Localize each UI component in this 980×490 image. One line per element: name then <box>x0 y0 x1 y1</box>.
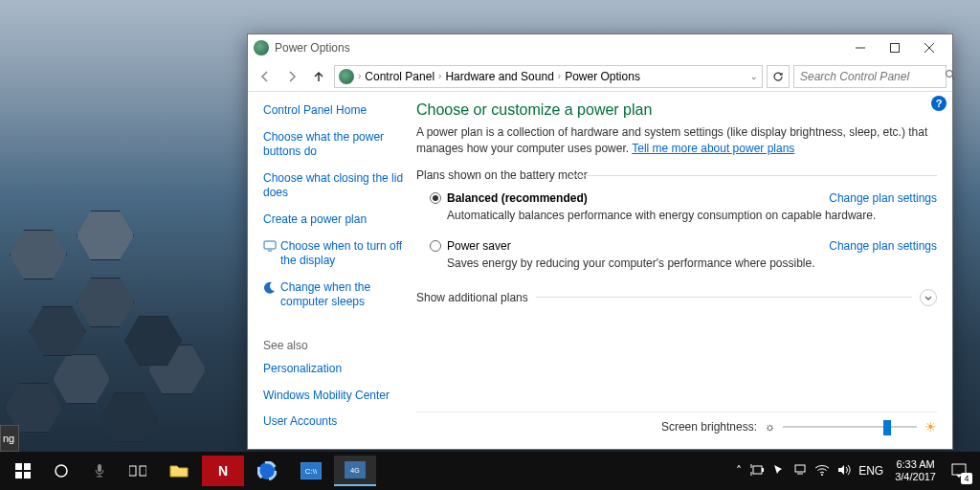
moon-icon <box>263 280 277 294</box>
navigation-bar: › Control Panel › Hardware and Sound › P… <box>248 61 952 92</box>
taskbar-app-generic-1[interactable]: C:\\ <box>290 456 332 486</box>
language-indicator[interactable]: ENG <box>858 464 883 478</box>
sidebar-turn-off-display[interactable]: Choose when to turn off the display <box>280 239 405 269</box>
chevron-right-icon: › <box>438 71 441 81</box>
window-title: Power Options <box>275 41 350 55</box>
breadcrumb-power-options[interactable]: Power Options <box>565 70 640 83</box>
svg-rect-20 <box>795 465 805 472</box>
taskbar[interactable]: N C:\\ 4G ˄ ENG 6:33 AM 3/4/2017 4 <box>0 452 980 490</box>
taskbar-app-generic-2[interactable]: 4G <box>334 456 376 486</box>
cortana-icon[interactable] <box>42 452 80 490</box>
svg-rect-10 <box>15 472 22 479</box>
forward-button[interactable] <box>280 65 303 88</box>
svg-point-12 <box>56 465 67 477</box>
plan-balanced-radio[interactable] <box>430 192 441 204</box>
plan-power-saver-desc: Saves energy by reducing your computer's… <box>447 256 937 270</box>
search-icon[interactable] <box>945 69 956 83</box>
sidebar-create-plan[interactable]: Create a power plan <box>263 212 405 228</box>
svg-point-22 <box>821 474 823 476</box>
breadcrumb-hardware-sound[interactable]: Hardware and Sound <box>445 70 553 83</box>
action-icon[interactable] <box>793 464 807 479</box>
chevron-right-icon: › <box>558 71 561 81</box>
plan-power-saver-radio[interactable] <box>430 240 441 252</box>
sidebar-power-buttons[interactable]: Choose what the power buttons do <box>263 130 405 160</box>
page-description: A power plan is a collection of hardware… <box>416 124 937 157</box>
system-tray: ˄ ENG <box>730 463 889 479</box>
help-icon[interactable]: ? <box>931 96 947 111</box>
taskbar-app-file-explorer[interactable] <box>158 456 200 486</box>
start-button[interactable] <box>4 452 42 490</box>
svg-rect-18 <box>753 466 762 474</box>
power-options-window: Power Options › Control Panel › Hardware… <box>247 33 953 450</box>
sun-dim-icon: ☼ <box>765 420 775 434</box>
display-icon <box>263 239 277 253</box>
notification-center-button[interactable]: 4 <box>942 452 976 490</box>
wifi-icon[interactable] <box>814 464 830 479</box>
address-bar[interactable]: › Control Panel › Hardware and Sound › P… <box>334 65 763 88</box>
svg-rect-13 <box>98 464 101 472</box>
svg-rect-19 <box>762 468 764 472</box>
location-icon <box>339 69 354 84</box>
main-content: Choose or customize a power plan A power… <box>416 92 952 449</box>
search-box[interactable] <box>793 65 947 88</box>
svg-rect-8 <box>15 463 22 470</box>
cursor-icon[interactable] <box>772 463 786 479</box>
notification-count: 4 <box>961 473 972 484</box>
search-input[interactable] <box>800 70 945 83</box>
titlebar[interactable]: Power Options <box>248 34 952 61</box>
brightness-control: Screen brightness: ☼ ☀ <box>416 412 937 441</box>
back-button[interactable] <box>254 65 277 88</box>
up-button[interactable] <box>307 65 330 88</box>
brightness-label: Screen brightness: <box>661 420 757 434</box>
minimize-button[interactable] <box>843 34 878 61</box>
background-window-edge: ng <box>0 425 19 452</box>
brightness-slider-thumb[interactable] <box>883 420 891 435</box>
page-title: Choose or customize a power plan <box>416 101 937 119</box>
plan-balanced-desc: Automatically balances performance with … <box>447 209 937 222</box>
svg-point-4 <box>947 71 953 78</box>
svg-rect-11 <box>24 472 31 479</box>
tray-overflow-icon[interactable]: ˄ <box>736 464 742 478</box>
svg-rect-14 <box>129 466 136 476</box>
taskbar-app-netflix[interactable]: N <box>202 456 244 486</box>
svg-rect-1 <box>891 44 900 53</box>
refresh-button[interactable] <box>767 65 790 88</box>
plan-balanced: Balanced (recommended) Change plan setti… <box>430 191 937 222</box>
address-dropdown-icon[interactable]: ⌄ <box>750 72 758 81</box>
seealso-personalization[interactable]: Personalization <box>263 362 405 377</box>
see-also-label: See also <box>263 339 405 352</box>
plan-power-saver-name[interactable]: Power saver <box>447 239 511 253</box>
expand-button[interactable] <box>920 289 937 306</box>
sidebar-computer-sleeps[interactable]: Change when the computer sleeps <box>280 280 405 310</box>
sidebar-control-panel-home[interactable]: Control Panel Home <box>263 103 405 119</box>
taskbar-clock[interactable]: 6:33 AM 3/4/2017 <box>889 458 942 483</box>
plans-group-label: Plans shown on the battery meter <box>416 168 937 182</box>
brightness-slider[interactable] <box>783 418 917 435</box>
plan-balanced-change-link[interactable]: Change plan settings <box>829 191 937 205</box>
breadcrumb-control-panel[interactable]: Control Panel <box>365 70 434 83</box>
volume-icon[interactable] <box>837 464 851 479</box>
chevron-right-icon: › <box>358 71 361 81</box>
show-additional-plans-label[interactable]: Show additional plans <box>416 291 528 304</box>
maximize-button[interactable] <box>878 34 912 61</box>
sidebar: Control Panel Home Choose what the power… <box>248 92 416 449</box>
seealso-mobility-center[interactable]: Windows Mobility Center <box>263 389 405 404</box>
svg-line-5 <box>952 77 955 79</box>
task-view-button[interactable] <box>119 452 157 490</box>
sidebar-closing-lid[interactable]: Choose what closing the lid does <box>263 171 405 201</box>
svg-rect-6 <box>264 241 276 249</box>
taskbar-time: 6:33 AM <box>895 458 936 471</box>
plan-power-saver: Power saver Change plan settings Saves e… <box>430 239 937 270</box>
power-icon[interactable] <box>749 464 765 479</box>
close-button[interactable] <box>912 34 947 61</box>
app-icon <box>254 40 269 56</box>
plan-balanced-name[interactable]: Balanced (recommended) <box>447 191 588 205</box>
microphone-icon[interactable] <box>80 452 119 490</box>
svg-rect-15 <box>140 466 146 476</box>
plan-power-saver-change-link[interactable]: Change plan settings <box>829 239 937 253</box>
taskbar-app-browser[interactable] <box>246 456 288 486</box>
learn-more-link[interactable]: Tell me more about power plans <box>632 142 794 155</box>
show-additional-plans-row: Show additional plans <box>416 289 937 306</box>
taskbar-date: 3/4/2017 <box>895 471 936 483</box>
seealso-user-accounts[interactable]: User Accounts <box>263 414 405 430</box>
